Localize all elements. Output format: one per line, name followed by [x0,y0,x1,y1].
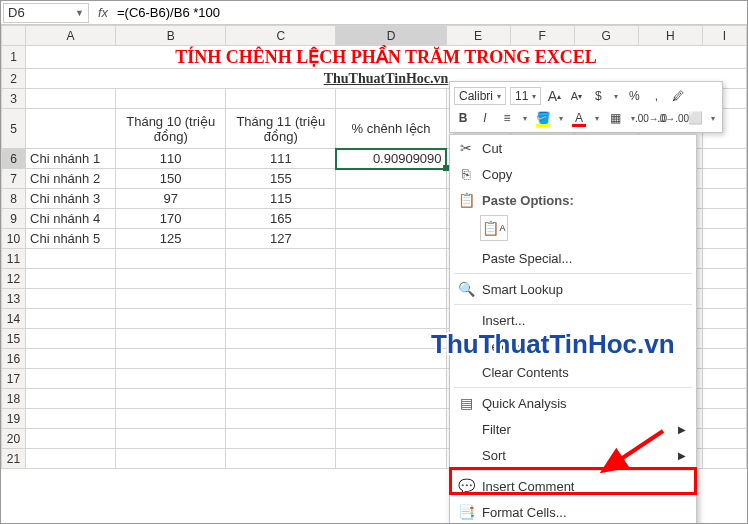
row-header[interactable]: 13 [2,289,26,309]
paste-default-icon[interactable]: 📋A [480,215,508,241]
dropdown-icon[interactable]: ▾ [708,109,718,127]
cell-label[interactable]: Chi nhánh 5 [26,229,116,249]
ctx-copy[interactable]: ⎘Copy [450,161,696,187]
select-all-corner[interactable] [2,26,26,46]
cell[interactable] [336,229,446,249]
ctx-cut[interactable]: ✂Cut [450,135,696,161]
font-size-value: 11 [515,89,528,103]
cell[interactable]: 170 [116,209,226,229]
decrease-font-icon[interactable]: A▾ [567,87,585,105]
cell[interactable]: 125 [116,229,226,249]
col-header-C[interactable]: C [226,26,336,46]
cell-label[interactable]: Chi nhánh 4 [26,209,116,229]
font-color-icon[interactable]: A [570,109,588,127]
merge-icon[interactable]: ⬜ [686,109,704,127]
cell[interactable]: 155 [226,169,336,189]
cell[interactable]: 97 [116,189,226,209]
name-box[interactable]: D6 ▼ [3,3,89,23]
ctx-clear-contents[interactable]: Clear Contents [450,359,696,385]
col-header-B[interactable]: B [116,26,226,46]
cell[interactable] [336,189,446,209]
format-cells-icon: 📑 [454,504,478,520]
row-header[interactable]: 19 [2,409,26,429]
increase-font-icon[interactable]: A▴ [545,87,563,105]
col-header-H[interactable]: H [638,26,702,46]
cell[interactable]: 150 [116,169,226,189]
increase-decimal-icon[interactable]: .0→.00 [664,109,682,127]
align-icon[interactable]: ≡ [498,109,516,127]
row-header[interactable]: 6 [2,149,26,169]
row-header[interactable]: 11 [2,249,26,269]
cell-selected[interactable]: 0.90909090 [336,149,446,169]
cell[interactable]: 111 [226,149,336,169]
row-header[interactable]: 21 [2,449,26,469]
fill-color-icon[interactable]: 🪣 [534,109,552,127]
title-cell[interactable]: TÍNH CHÊNH LỆCH PHẦN TRĂM TRONG EXCEL [26,46,747,69]
ctx-paste-special[interactable]: Paste Special... [450,245,696,271]
ctx-insert[interactable]: Insert... [450,307,696,333]
row-header[interactable]: 17 [2,369,26,389]
dropdown-icon[interactable]: ▾ [556,109,566,127]
percent-format-icon[interactable]: % [625,87,643,105]
row-header[interactable]: 5 [2,109,26,149]
row-header[interactable]: 16 [2,349,26,369]
row-header[interactable]: 8 [2,189,26,209]
comma-format-icon[interactable]: , [647,87,665,105]
format-painter-icon[interactable]: 🖉 [669,87,687,105]
borders-icon[interactable]: ▦ [606,109,624,127]
ctx-smart-lookup[interactable]: 🔍Smart Lookup [450,276,696,302]
formula-bar-row: D6 ▼ fx [1,1,747,25]
fx-icon[interactable]: fx [91,5,115,20]
font-name-select[interactable]: Calibri▾ [454,87,506,105]
header-chenhlech[interactable]: % chênh lệch [336,109,446,149]
ctx-sort[interactable]: Sort▶ [450,442,696,468]
cell[interactable]: 115 [226,189,336,209]
cell[interactable]: 165 [226,209,336,229]
ctx-quick-analysis[interactable]: ▤Quick Analysis [450,390,696,416]
row-header[interactable]: 1 [2,46,26,69]
cell-label[interactable]: Chi nhánh 3 [26,189,116,209]
row-header[interactable]: 9 [2,209,26,229]
header-thang11[interactable]: Tháng 11 (triệu đồng) [226,109,336,149]
chevron-right-icon: ▶ [678,450,686,461]
cell[interactable] [336,209,446,229]
name-box-dropdown-icon[interactable]: ▼ [75,8,84,18]
col-header-F[interactable]: F [510,26,574,46]
col-header-D[interactable]: D [336,26,446,46]
row-header[interactable]: 3 [2,89,26,109]
formula-input[interactable] [115,5,747,20]
ctx-insert-comment[interactable]: 💬Insert Comment [450,473,696,499]
dropdown-icon[interactable]: ▾ [592,109,602,127]
dropdown-icon[interactable]: ▾ [520,109,530,127]
italic-icon[interactable]: I [476,109,494,127]
col-header-E[interactable]: E [446,26,510,46]
cell[interactable]: 110 [116,149,226,169]
accounting-format-icon[interactable]: $ [589,87,607,105]
col-header-I[interactable]: I [702,26,746,46]
row-header[interactable]: 7 [2,169,26,189]
row-header[interactable]: 2 [2,69,26,89]
row-header[interactable]: 10 [2,229,26,249]
col-header-A[interactable]: A [26,26,116,46]
ctx-format-cells[interactable]: 📑Format Cells... [450,499,696,524]
separator [454,273,692,274]
dropdown-icon[interactable]: ▾ [611,87,621,105]
row-header[interactable]: 15 [2,329,26,349]
bold-icon[interactable]: B [454,109,472,127]
cell[interactable]: 127 [226,229,336,249]
row-header[interactable]: 18 [2,389,26,409]
col-header-G[interactable]: G [574,26,638,46]
comment-icon: 💬 [454,478,478,494]
chevron-right-icon: ▶ [678,424,686,435]
row-header[interactable]: 20 [2,429,26,449]
ctx-delete[interactable]: Delete... [450,333,696,359]
font-size-select[interactable]: 11▾ [510,87,541,105]
header-thang10[interactable]: Tháng 10 (triệu đồng) [116,109,226,149]
cell[interactable] [336,169,446,189]
cell-label[interactable]: Chi nhánh 1 [26,149,116,169]
row-header[interactable]: 14 [2,309,26,329]
row-header[interactable]: 12 [2,269,26,289]
cell-label[interactable]: Chi nhánh 2 [26,169,116,189]
quick-analysis-icon: ▤ [454,395,478,411]
ctx-filter[interactable]: Filter▶ [450,416,696,442]
